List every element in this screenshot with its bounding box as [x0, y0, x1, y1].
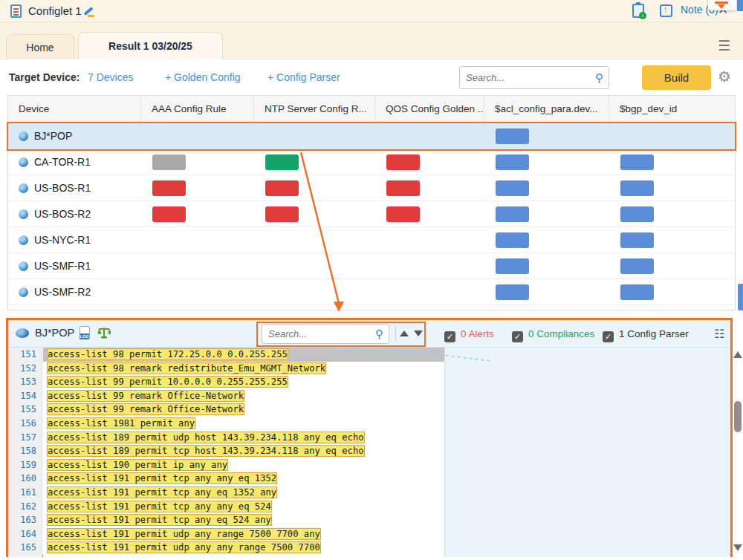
table-row[interactable]: CA-TOR-R1: [8, 149, 735, 175]
export-icon[interactable]: [660, 4, 672, 17]
status-chip-blue[interactable]: [620, 154, 654, 170]
detail-search-input[interactable]: [268, 325, 363, 343]
status-chip-blue[interactable]: [620, 258, 654, 274]
column-header[interactable]: $acl_config_para.dev...: [484, 96, 609, 123]
list-icon[interactable]: ☷: [714, 327, 724, 341]
status-chip-blue[interactable]: [496, 128, 529, 144]
tab-result[interactable]: Result 1 03/20/25: [78, 32, 223, 59]
status-chip-blue[interactable]: [620, 206, 654, 222]
detail-search: ⚲: [262, 324, 389, 344]
build-button[interactable]: Build: [642, 65, 711, 90]
line-number: 161: [8, 486, 36, 500]
compliances-filter-checkbox[interactable]: ✓0 Compliances: [512, 327, 594, 340]
device-name-cell: US-BOS-R1: [19, 175, 91, 201]
column-header[interactable]: $bgp_dev_id: [609, 96, 735, 123]
highlighted-config-text: access-list 1981 permit any: [48, 418, 195, 429]
column-header[interactable]: AAA Config Rule: [140, 96, 253, 123]
target-device-label: Target Device:: [9, 71, 80, 83]
menu-icon[interactable]: ☰: [718, 37, 730, 54]
log-file-icon[interactable]: LOG: [80, 326, 90, 339]
line-number: 160: [8, 472, 36, 486]
status-chip-red[interactable]: [386, 154, 420, 170]
device-globe-icon: [19, 235, 28, 245]
status-chip-blue[interactable]: [496, 180, 529, 196]
line-number: 152: [8, 362, 36, 376]
device-name-cell: BJ*POP: [19, 123, 72, 149]
search-icon[interactable]: ⚲: [375, 328, 383, 341]
scrollbar-up-arrow[interactable]: [733, 351, 742, 358]
status-chip-red[interactable]: [265, 180, 299, 196]
device-name-cell: US-SMF-R1: [19, 253, 91, 279]
status-chip-blue[interactable]: [620, 232, 654, 248]
device-detail-panel: BJ*POP LOG ⚲ ✓0 Alerts ✓0 Comp: [6, 318, 733, 557]
status-chip-gray[interactable]: [152, 154, 186, 170]
add-golden-config-link[interactable]: + Golden Config: [165, 71, 241, 83]
device-name-cell: US-NYC-R1: [19, 227, 91, 253]
divider: [395, 326, 396, 342]
line-number: 156: [8, 417, 36, 431]
detail-right-pane: $acl_config_para.device_acl_config: [444, 348, 730, 557]
status-chip-blue[interactable]: [496, 258, 529, 274]
devices-count-link[interactable]: 7 Devices: [88, 71, 133, 83]
line-number: 157: [8, 431, 36, 445]
status-chip-blue[interactable]: [620, 180, 654, 196]
column-header[interactable]: QOS Config Golden ...: [374, 96, 484, 123]
table-row[interactable]: BJ*POP: [8, 123, 735, 149]
add-config-parser-link[interactable]: + Config Parser: [267, 71, 340, 83]
line-number: 158: [8, 444, 36, 458]
checkbox-checked-icon: ✓: [512, 331, 523, 342]
checkbox-checked-icon: ✓: [444, 331, 455, 342]
status-chip-blue[interactable]: [496, 206, 529, 222]
highlighted-config-text: access-list 191 permit tcp any any eq 13…: [48, 473, 276, 484]
table-row[interactable]: US-BOS-R2: [8, 201, 735, 227]
find-previous-button[interactable]: [400, 331, 409, 336]
column-header[interactable]: NTP Server Config R...: [253, 96, 374, 123]
find-next-button[interactable]: [414, 331, 423, 336]
code-line-number-gutter: 1511521531541551561571581591601611621631…: [8, 348, 42, 557]
status-chip-blue[interactable]: [496, 284, 529, 300]
highlighted-config-text: access-list 191 permit tcp any any eq 52…: [48, 501, 271, 512]
edit-title-icon[interactable]: [83, 5, 95, 17]
table-row[interactable]: US-NYC-R1: [8, 227, 735, 253]
highlighted-config-text: access-list 191 permit udp any any range…: [48, 542, 320, 553]
device-globe-icon: [19, 261, 28, 271]
highlighted-config-text: access-list 99 remark Office-Network: [48, 391, 244, 401]
highlighted-config-text: access-list 99 permit 10.0.0.0 0.255.255…: [48, 377, 288, 387]
config-line: access-list 191 permit tcp any any eq 52…: [43, 500, 444, 514]
config-line: access-list 189 permit tcp host 143.39.2…: [43, 444, 444, 458]
line-number: 165: [8, 541, 36, 555]
status-chip-blue[interactable]: [496, 154, 529, 170]
status-chip-green[interactable]: [265, 154, 299, 170]
tab-home[interactable]: Home: [6, 34, 74, 59]
toolbar-search: ⚲: [459, 66, 609, 89]
config-line: access-list 1981 permit any: [43, 417, 444, 431]
scrollbar-thumb[interactable]: [734, 401, 742, 432]
status-chip-red[interactable]: [386, 206, 420, 222]
config-parser-filter-checkbox[interactable]: ✓1 Config Parser: [603, 327, 689, 340]
toolbar-search-input[interactable]: [466, 67, 577, 88]
device-icon: [16, 328, 29, 338]
search-icon[interactable]: ⚲: [595, 71, 603, 85]
alerts-filter-checkbox[interactable]: ✓0 Alerts: [444, 327, 494, 340]
status-chip-red[interactable]: [265, 206, 299, 222]
status-chip-red[interactable]: [152, 206, 186, 222]
scrollbar-down-arrow[interactable]: [733, 544, 742, 551]
compliance-scales-icon[interactable]: [97, 326, 111, 339]
page-title: Configlet 1: [28, 4, 82, 17]
device-globe-icon: [19, 287, 28, 297]
column-header[interactable]: Device: [8, 96, 140, 123]
status-chip-blue[interactable]: [496, 232, 529, 248]
gear-icon[interactable]: ⚙: [718, 68, 731, 85]
config-line: access-list 190 permit ip any any: [43, 458, 444, 472]
line-number: 163: [8, 513, 36, 527]
config-code-pane[interactable]: access-list 98 permit 172.25.0.0 0.0.255…: [43, 348, 444, 557]
table-row[interactable]: US-SMF-R2: [8, 279, 735, 305]
config-line: access-list 191 permit udp any any range…: [43, 541, 444, 555]
status-chip-red[interactable]: [386, 180, 420, 196]
table-row[interactable]: US-SMF-R1: [8, 253, 735, 279]
status-chip-blue[interactable]: [620, 284, 654, 300]
clipboard-info-icon[interactable]: i: [632, 4, 644, 18]
table-row[interactable]: US-BOS-R1: [8, 175, 735, 201]
status-chip-red[interactable]: [152, 180, 186, 196]
config-line: access-list 98 remark redistribute_Emu_M…: [43, 362, 444, 376]
